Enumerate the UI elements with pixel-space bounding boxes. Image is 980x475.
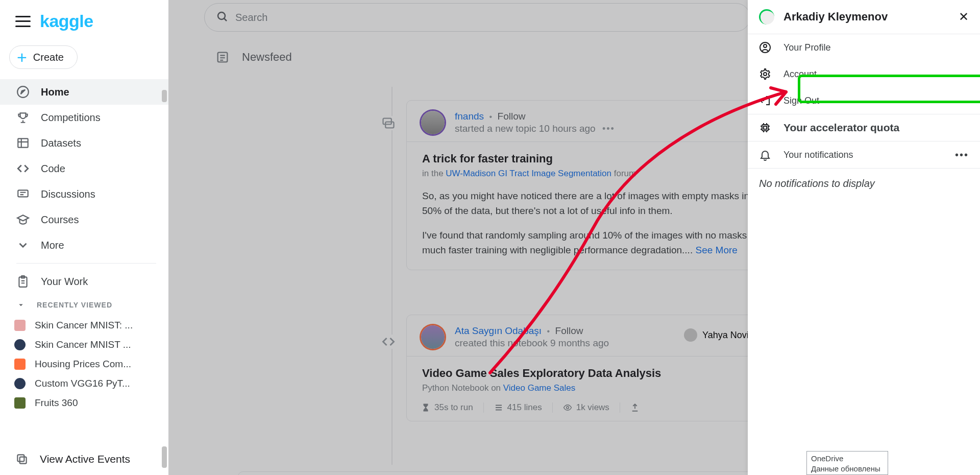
avatar[interactable]	[421, 111, 445, 134]
trophy-icon	[16, 111, 30, 124]
rv-item-3[interactable]: Custom VGG16 PyT...	[0, 374, 168, 393]
sidebar-item-label: Discussions	[41, 188, 95, 200]
sidebar-item-your-work[interactable]: Your Work	[0, 269, 168, 294]
sidebar-scrollbar-thumb[interactable]	[162, 90, 167, 102]
search-placeholder: Search	[235, 12, 267, 23]
svg-point-17	[764, 73, 767, 76]
divider	[16, 263, 156, 264]
panel-item-accelerator-quota[interactable]: Your accelerator quota	[748, 114, 980, 141]
dot: •	[544, 327, 553, 336]
stat-lines: 415 lines	[494, 402, 553, 413]
forum-link[interactable]: UW-Madison GI Tract Image Segmentation	[446, 169, 611, 178]
user-avatar[interactable]	[759, 9, 774, 25]
rv-item-label: Skin Cancer MNIST: ...	[35, 320, 133, 331]
see-more-link[interactable]: See More	[695, 245, 737, 255]
stat-views: 1k views	[563, 402, 620, 413]
panel-notifications-header: Your notifications •••	[748, 141, 980, 168]
svg-marker-1	[21, 90, 26, 94]
search-input[interactable]: Search	[204, 3, 750, 32]
svg-rect-19	[764, 126, 767, 129]
sidebar-item-label: Competitions	[41, 112, 101, 124]
search-icon	[216, 10, 228, 25]
author-link[interactable]: fnands	[455, 111, 484, 122]
newsfeed-title: Newsfeed	[242, 51, 292, 64]
graduation-icon	[16, 213, 30, 226]
tooltip-line: Данные обновлены	[811, 464, 884, 474]
sidebar-item-label: Code	[41, 163, 65, 175]
sign-out-icon	[759, 94, 771, 107]
panel-item-label: Your accelerator quota	[783, 122, 899, 134]
panel-item-label: Sign Out	[783, 96, 819, 106]
svg-rect-6	[20, 457, 27, 464]
panel-item-profile[interactable]: Your Profile	[748, 34, 980, 61]
sidebar-item-competitions[interactable]: Competitions	[0, 105, 168, 130]
stat-download[interactable]	[630, 402, 650, 413]
author-link[interactable]: Ata Saygın Odabaşı	[455, 325, 542, 336]
bell-icon	[759, 149, 771, 161]
chip-icon	[759, 122, 771, 134]
plus-icon: +	[17, 51, 27, 63]
card-subline: started a new topic 10 hours ago	[455, 123, 596, 134]
tooltip-title: OneDrive	[811, 454, 884, 464]
panel-item-sign-out[interactable]: Sign Out	[748, 87, 980, 114]
panel-user-name: Arkadiy Kleymenov	[783, 10, 949, 23]
rv-thumb	[14, 397, 26, 409]
create-button-label: Create	[33, 52, 64, 63]
create-button[interactable]: + Create	[9, 45, 78, 69]
sidebar-item-label: More	[41, 240, 64, 251]
follow-link[interactable]: Follow	[555, 325, 583, 336]
sidebar-item-courses[interactable]: Courses	[0, 207, 168, 232]
rv-item-label: Custom VGG16 PyT...	[35, 378, 130, 389]
timeline-marker-code-icon	[381, 335, 396, 349]
svg-rect-2	[18, 138, 28, 147]
svg-rect-7	[17, 455, 24, 461]
hamburger-icon[interactable]	[15, 16, 31, 27]
close-icon[interactable]: ✕	[959, 10, 969, 24]
rv-item-2[interactable]: Housing Prices Com...	[0, 354, 168, 374]
code-icon	[16, 162, 30, 175]
more-icon[interactable]: •••	[598, 124, 615, 134]
rv-thumb	[14, 339, 26, 350]
rv-thumb	[14, 378, 26, 389]
upload-icon	[630, 403, 640, 412]
rv-item-label: Skin Cancer MNIST ...	[35, 339, 131, 350]
sidebar-item-label: Your Work	[41, 276, 88, 288]
sidebar-item-datasets[interactable]: Datasets	[0, 130, 168, 156]
table-icon	[16, 136, 30, 150]
sidebar-nav: Home Competitions Datasets Code Discussi…	[0, 76, 168, 413]
sidebar-item-label: Home	[41, 86, 69, 98]
rv-item-4[interactable]: Fruits 360	[0, 393, 168, 413]
panel-item-account[interactable]: Account	[748, 61, 980, 87]
sidebar-scrollbar-thumb-2[interactable]	[162, 446, 167, 468]
sidebar-item-more[interactable]: More	[0, 232, 168, 258]
rv-item-0[interactable]: Skin Cancer MNIST: ...	[0, 316, 168, 335]
more-icon[interactable]: •••	[955, 149, 969, 161]
eye-icon	[563, 403, 572, 412]
svg-rect-3	[18, 190, 28, 197]
notifications-label: Your notifications	[783, 150, 853, 160]
rv-item-label: Housing Prices Com...	[35, 359, 131, 370]
recently-viewed-toggle[interactable]: RECENTLY VIEWED	[0, 294, 168, 316]
dataset-link[interactable]: Video Game Sales	[503, 383, 575, 393]
sidebar-item-code[interactable]: Code	[0, 156, 168, 181]
sidebar-item-discussions[interactable]: Discussions	[0, 181, 168, 207]
view-active-events[interactable]: View Active Events	[0, 445, 168, 475]
feed-card-3: Jessica Li • Follow ▲	[238, 471, 769, 475]
follow-link[interactable]: Follow	[498, 111, 526, 122]
avatar[interactable]	[421, 325, 445, 349]
card-subline: created this notebook 9 months ago	[455, 338, 609, 349]
svg-point-12	[566, 407, 569, 409]
sidebar-item-home[interactable]: Home	[0, 79, 168, 105]
comment-icon	[16, 187, 30, 201]
upvoter-avatar[interactable]	[684, 328, 697, 342]
clipboard-icon	[16, 275, 30, 288]
rv-item-1[interactable]: Skin Cancer MNIST ...	[0, 335, 168, 354]
rv-thumb	[14, 359, 26, 370]
chevron-down-icon	[16, 239, 30, 252]
rv-item-label: Fruits 360	[35, 397, 78, 409]
recently-viewed-label: RECENTLY VIEWED	[37, 301, 112, 309]
svg-rect-18	[762, 125, 768, 131]
account-panel: Arkadiy Kleymenov ✕ Your Profile Account…	[748, 0, 980, 475]
stat-runtime: 35s to run	[421, 402, 484, 413]
kaggle-logo[interactable]: kaggle	[40, 11, 93, 31]
